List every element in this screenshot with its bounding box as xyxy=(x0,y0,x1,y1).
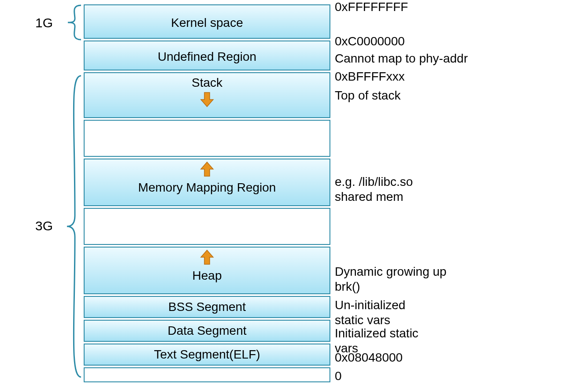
segment-text: Text Segment(ELF) xyxy=(84,344,330,366)
arrow-up-icon xyxy=(200,161,215,177)
segment-bottom-gap xyxy=(84,367,330,382)
segment-label: Kernel space xyxy=(171,13,243,30)
note-mmap: e.g. /lib/libc.so shared mem xyxy=(335,174,413,204)
segment-bss: BSS Segment xyxy=(84,296,330,318)
note-text: Cannot map to phy-addr xyxy=(335,52,468,65)
segment-gap-1 xyxy=(84,120,330,157)
segment-data: Data Segment xyxy=(84,320,330,342)
segment-label: Undefined Region xyxy=(158,47,256,64)
addr-zero: 0 xyxy=(335,369,342,383)
segment-kernel: Kernel space xyxy=(84,4,330,39)
segment-label: Stack xyxy=(192,73,222,90)
note-text: Dynamic growing up xyxy=(335,265,447,278)
note-text: shared mem xyxy=(335,190,403,203)
note-text: brk() xyxy=(335,280,360,293)
note-text: Top of stack xyxy=(335,89,400,102)
segment-undefined: Undefined Region xyxy=(84,41,330,70)
segment-gap-2 xyxy=(84,208,330,245)
segment-label: BSS Segment xyxy=(168,300,246,314)
note-text: Initialized static xyxy=(335,326,418,340)
arrow-down-icon xyxy=(200,92,215,107)
arrow-up-icon xyxy=(200,249,215,265)
note-text: vars xyxy=(335,341,358,355)
note-text: static vars xyxy=(335,313,390,327)
segment-heap: Heap xyxy=(84,247,330,294)
segment-label: Heap xyxy=(192,266,222,283)
segment-label: Memory Mapping Region xyxy=(138,178,276,195)
segment-mmap: Memory Mapping Region xyxy=(84,159,330,206)
note-stack: Top of stack xyxy=(335,88,400,103)
note-bss: Un-initialized static vars xyxy=(335,298,405,327)
note-undefined: Cannot map to phy-addr xyxy=(335,51,468,66)
note-text: Un-initialized xyxy=(335,298,405,312)
brace-kernel-icon xyxy=(54,4,83,41)
addr-kernel-end: 0xC0000000 xyxy=(335,34,405,48)
addr-stack-top: 0xBFFFFxxx xyxy=(335,70,405,84)
brace-user-icon xyxy=(54,75,83,378)
segment-stack: Stack xyxy=(84,72,330,118)
segment-label: Data Segment xyxy=(168,324,247,338)
segment-label: Text Segment(ELF) xyxy=(154,348,260,362)
note-text: e.g. /lib/libc.so xyxy=(335,175,413,189)
note-data: Initialized static vars xyxy=(335,326,418,355)
label-user-size: 3G xyxy=(26,218,53,234)
note-heap: Dynamic growing up brk() xyxy=(335,264,447,294)
label-kernel-size: 1G xyxy=(26,15,53,31)
memory-column: Kernel space Undefined Region Stack Memo… xyxy=(84,4,330,384)
addr-top: 0xFFFFFFFF xyxy=(335,0,408,14)
